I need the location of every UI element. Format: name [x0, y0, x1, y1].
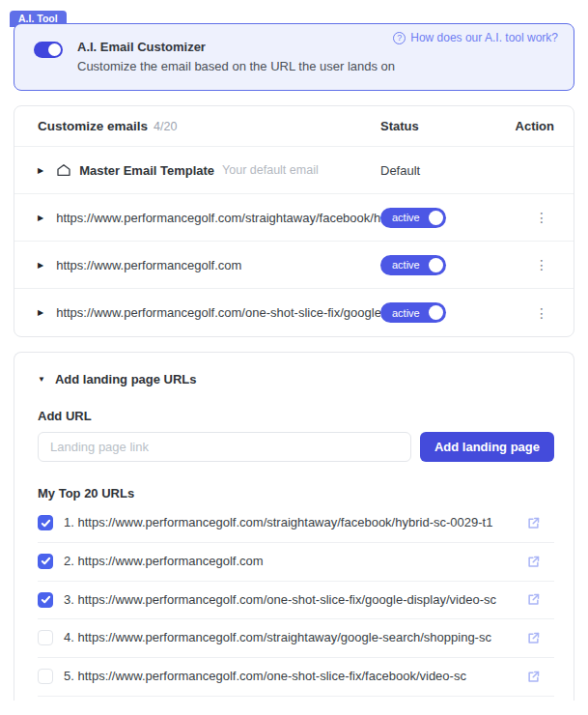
toggle-thumb [429, 258, 443, 272]
active-toggle-label: active [392, 307, 420, 319]
table-title: Customize emails [38, 119, 148, 133]
url-text: 4. https://www.performancegolf.com/strai… [64, 628, 526, 648]
table-row: ▶ https://www.performancegolf.com/straig… [14, 194, 574, 242]
active-toggle[interactable]: active [380, 302, 446, 323]
url-checkbox[interactable] [38, 515, 53, 530]
collapse-caret-icon: ▼ [38, 375, 45, 384]
top-urls-title: My Top 20 URLs [38, 486, 554, 500]
active-toggle-label: active [392, 212, 420, 223]
top-urls-list: 1. https://www.performancegolf.com/strai… [38, 504, 554, 697]
url-text: 5. https://www.performancegolf.com/one-s… [64, 667, 526, 687]
expand-caret-icon[interactable]: ▶ [38, 166, 43, 175]
column-header-action: Action [498, 119, 554, 133]
active-toggle-label: active [392, 259, 420, 271]
url-list-item: 2. https://www.performancegolf.com [38, 543, 554, 582]
row-url: https://www.performancegolf.com/one-shot… [56, 305, 380, 320]
external-link-icon[interactable] [526, 555, 541, 569]
master-template-label: Master Email Template [79, 163, 214, 178]
url-text: 2. https://www.performancegolf.com [64, 552, 526, 572]
table-header: Customize emails 4/20 Status Action [14, 106, 574, 147]
landing-page-link-input[interactable] [38, 432, 411, 462]
row-url: https://www.performancegolf.com/straight… [56, 211, 380, 225]
url-text: 3. https://www.performancegolf.com/one-s… [64, 590, 526, 611]
ai-tool-banner: A.I. Tool A.I. Email Customizer Customiz… [14, 23, 574, 91]
add-landing-page-button[interactable]: Add landing page [420, 432, 554, 462]
url-list-item: 1. https://www.performancegolf.com/strai… [38, 504, 554, 543]
add-landing-pages-card: ▼ Add landing page URLs Add URL Add land… [14, 352, 574, 701]
home-icon [56, 162, 71, 178]
banner-title: A.I. Email Customizer [77, 40, 395, 54]
help-link[interactable]: ? How does our A.I. tool work? [393, 31, 558, 44]
toggle-thumb [429, 305, 443, 320]
kebab-menu-icon[interactable]: ⋮ [529, 209, 554, 226]
url-list-item: 5. https://www.performancegolf.com/one-s… [38, 658, 554, 697]
table-row-master: ▶ Master Email Template Your default ema… [14, 147, 574, 194]
table-row: ▶ https://www.performancegolf.com/one-sh… [14, 289, 574, 336]
add-url-label: Add URL [38, 409, 554, 423]
active-toggle[interactable]: active [380, 208, 446, 228]
expand-caret-icon[interactable]: ▶ [38, 214, 43, 222]
external-link-icon[interactable] [526, 516, 541, 530]
ai-customizer-toggle[interactable] [34, 42, 63, 58]
expand-caret-icon[interactable]: ▶ [38, 308, 43, 317]
column-header-status: Status [380, 119, 498, 133]
table-row: ▶ https://www.performancegolf.com active… [14, 242, 574, 289]
row-url: https://www.performancegolf.com [56, 258, 380, 272]
toggle-thumb [429, 211, 443, 225]
help-link-label: How does our A.I. tool work? [410, 31, 558, 44]
url-checkbox[interactable] [38, 669, 53, 684]
master-template-hint: Your default email [222, 163, 319, 177]
active-toggle[interactable]: active [380, 255, 446, 275]
url-checkbox[interactable] [38, 630, 53, 645]
table-count: 4/20 [154, 120, 177, 133]
section-header[interactable]: ▼ Add landing page URLs [38, 372, 554, 386]
url-checkbox[interactable] [38, 554, 53, 569]
url-text: 1. https://www.performancegolf.com/strai… [64, 513, 526, 533]
external-link-icon[interactable] [526, 592, 541, 607]
customize-emails-card: Customize emails 4/20 Status Action ▶ Ma… [14, 105, 574, 337]
kebab-menu-icon[interactable]: ⋮ [529, 304, 554, 322]
url-checkbox[interactable] [38, 592, 53, 608]
master-status: Default [380, 163, 498, 178]
external-link-icon[interactable] [526, 670, 541, 684]
url-list-item: 4. https://www.performancegolf.com/strai… [38, 619, 554, 658]
banner-subtitle: Customize the email based on the URL the… [77, 59, 395, 73]
url-list-item: 3. https://www.performancegolf.com/one-s… [38, 582, 554, 620]
help-question-icon: ? [393, 32, 406, 44]
section-title: Add landing page URLs [55, 372, 197, 386]
kebab-menu-icon[interactable]: ⋮ [529, 256, 554, 273]
expand-caret-icon[interactable]: ▶ [38, 261, 43, 270]
external-link-icon[interactable] [526, 631, 541, 645]
